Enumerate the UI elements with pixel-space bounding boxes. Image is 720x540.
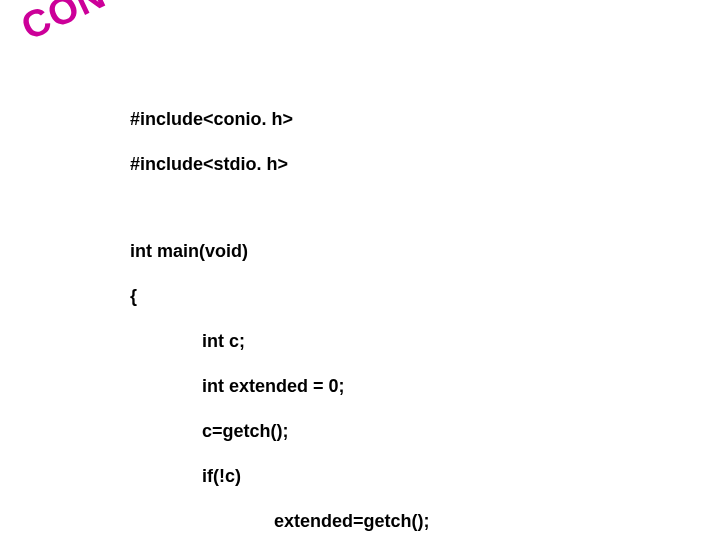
code-line: extended=getch(); [130, 510, 609, 533]
code-line: #include<stdio. h> [130, 153, 609, 176]
code-line: int extended = 0; [130, 375, 609, 398]
code-line: int main(void) [130, 240, 609, 263]
code-line: c=getch(); [130, 420, 609, 443]
code-line: int c; [130, 330, 609, 353]
code-line: if(!c) [130, 465, 609, 488]
code-line: { [130, 285, 609, 308]
slide-title-wordart: CONTOH : [15, 0, 210, 49]
code-line: #include<conio. h> [130, 108, 609, 131]
code-example-block: #include<conio. h> #include<stdio. h> in… [130, 85, 609, 540]
